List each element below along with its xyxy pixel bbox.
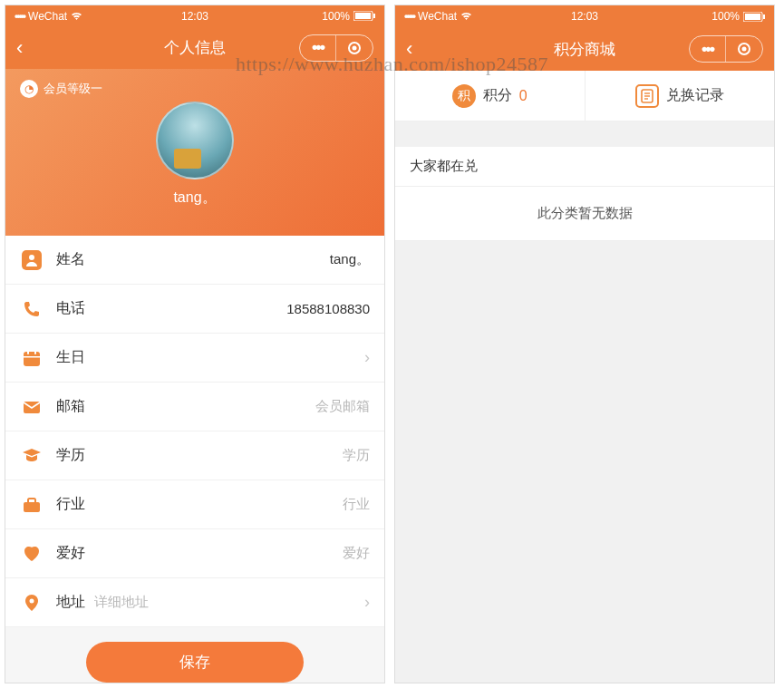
profile-hero: ◔ 会员等级一 tang。: [5, 69, 384, 237]
phone-profile: ••••• WeChat 12:03 100% ‹ 个人信息 ••• ◔ 会员等…: [5, 5, 385, 683]
label: 行业: [56, 495, 85, 514]
row-birthday[interactable]: 生日 ›: [5, 334, 384, 383]
battery-icon: [353, 11, 375, 21]
briefcase-icon: [20, 493, 44, 517]
battery-label: 100%: [711, 10, 740, 23]
label: 邮箱: [56, 397, 85, 416]
value: tang。: [85, 251, 370, 268]
capsule-menu-icon[interactable]: •••: [300, 35, 336, 61]
row-industry[interactable]: 行业 行业: [5, 480, 384, 529]
section-title: 大家都在兑: [395, 147, 774, 187]
battery-icon: [743, 12, 765, 22]
svg-point-6: [29, 255, 34, 260]
wifi-icon: [460, 12, 472, 21]
clock: 12:03: [571, 10, 598, 23]
label: 姓名: [56, 250, 85, 269]
row-address[interactable]: 地址 详细地址 ›: [5, 578, 384, 627]
graduation-icon: [20, 444, 44, 468]
label: 学历: [56, 446, 85, 465]
row-education[interactable]: 学历 学历: [5, 431, 384, 480]
svg-point-19: [742, 47, 747, 52]
heart-icon: [20, 542, 44, 566]
mail-icon: [20, 395, 44, 419]
placeholder: 详细地址: [94, 594, 357, 611]
save-button[interactable]: 保存: [86, 642, 304, 683]
battery-label: 100%: [322, 10, 350, 23]
svg-rect-7: [24, 352, 40, 366]
svg-point-14: [30, 598, 34, 603]
page-title: 个人信息: [164, 37, 226, 58]
gap: [395, 121, 774, 147]
back-icon[interactable]: ‹: [16, 36, 23, 60]
nav-bar: ‹ 个人信息 •••: [5, 26, 384, 69]
calendar-icon: [20, 346, 44, 370]
svg-rect-9: [27, 350, 29, 354]
location-icon: [20, 591, 44, 615]
tab-label: 兑换记录: [666, 86, 724, 105]
tabs: 积 积分0 兑换记录: [395, 71, 774, 121]
person-icon: [20, 248, 44, 272]
placeholder: 学历: [85, 447, 370, 464]
svg-rect-8: [24, 356, 40, 358]
row-phone[interactable]: 电话 18588108830: [5, 285, 384, 334]
points-icon: 积: [452, 84, 476, 108]
label: 地址: [56, 593, 85, 612]
tab-history[interactable]: 兑换记录: [585, 71, 775, 121]
avatar[interactable]: [156, 102, 234, 179]
svg-point-4: [353, 45, 357, 50]
capsule-menu-icon[interactable]: •••: [690, 36, 726, 62]
page-title: 积分商城: [554, 39, 615, 60]
capsule-close-icon[interactable]: [336, 35, 373, 61]
clipboard-icon: [635, 84, 659, 108]
label: 电话: [56, 299, 85, 318]
signal-icon: •••••: [404, 10, 414, 23]
signal-icon: •••••: [15, 10, 24, 23]
empty-state: 此分类暂无数据: [395, 187, 774, 241]
row-hobby[interactable]: 爱好 爱好: [5, 529, 384, 578]
back-icon[interactable]: ‹: [406, 37, 412, 61]
row-email[interactable]: 邮箱 会员邮箱: [5, 383, 384, 431]
mini-capsule: •••: [299, 34, 373, 62]
tab-label: 积分: [483, 86, 512, 105]
svg-rect-17: [763, 15, 765, 19]
tab-points[interactable]: 积 积分0: [395, 71, 585, 121]
carrier-label: WeChat: [28, 10, 67, 23]
clock: 12:03: [181, 10, 208, 23]
placeholder: 行业: [85, 496, 370, 513]
capsule-close-icon[interactable]: [726, 36, 762, 62]
status-bar: ••••• WeChat 12:03 100%: [395, 5, 774, 27]
row-name[interactable]: 姓名 tang。: [5, 236, 384, 285]
value: 18588108830: [85, 301, 370, 316]
label: 爱好: [56, 544, 85, 563]
svg-rect-1: [355, 13, 371, 19]
member-label: 会员等级一: [44, 81, 102, 97]
label: 生日: [56, 348, 85, 367]
phone-points-mall: ••••• WeChat 12:03 100% ‹ 积分商城 ••• 积 积分0: [394, 5, 775, 683]
profile-form: 姓名 tang。 电话 18588108830 生日 › 邮箱 会员邮箱 学历 …: [5, 236, 384, 627]
nav-bar: ‹ 积分商城 •••: [395, 27, 774, 71]
mini-capsule: •••: [689, 35, 763, 63]
points-value: 0: [519, 88, 528, 104]
member-badge[interactable]: ◔ 会员等级一: [20, 80, 102, 98]
status-bar: ••••• WeChat 12:03 100%: [5, 5, 384, 26]
phone-icon: [20, 297, 44, 321]
placeholder: 会员邮箱: [85, 398, 370, 415]
svg-rect-16: [745, 14, 760, 20]
svg-rect-2: [373, 14, 375, 18]
placeholder: 爱好: [85, 545, 370, 562]
svg-rect-13: [28, 499, 35, 503]
svg-rect-10: [34, 350, 36, 354]
chevron-right-icon: ›: [364, 348, 370, 367]
wifi-icon: [71, 12, 82, 21]
username: tang。: [173, 189, 216, 208]
chevron-right-icon: ›: [364, 593, 370, 612]
medal-icon: ◔: [20, 80, 38, 98]
carrier-label: WeChat: [418, 10, 457, 23]
content-area: [395, 241, 774, 683]
